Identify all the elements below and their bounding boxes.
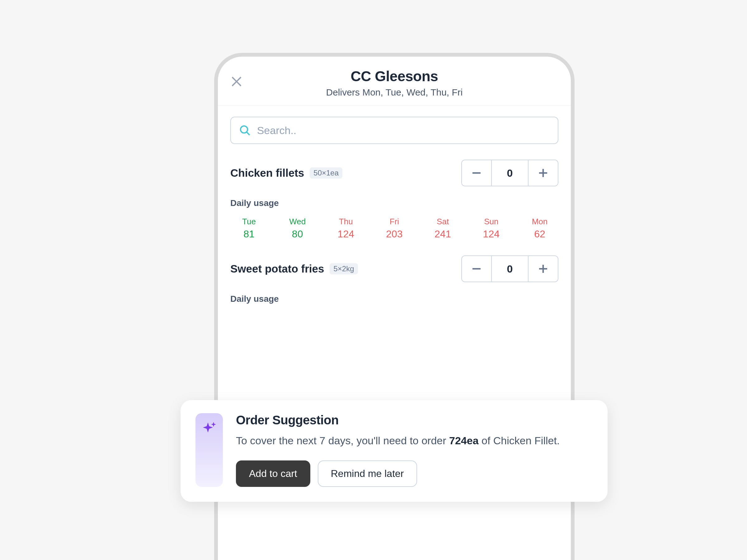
suggestion-text-prefix: To cover the next 7 days, you'll need to… bbox=[236, 435, 449, 447]
minus-icon bbox=[471, 168, 482, 178]
svg-line-3 bbox=[247, 132, 249, 135]
plus-icon bbox=[538, 168, 548, 178]
plus-icon bbox=[538, 264, 548, 274]
delivery-days: Delivers Mon, Tue, Wed, Thu, Fri bbox=[230, 87, 558, 98]
usage-day: Fri bbox=[390, 217, 399, 226]
page-title: CC Gleesons bbox=[230, 68, 558, 85]
usage-value: 203 bbox=[386, 229, 403, 240]
usage-col: Thu 124 bbox=[330, 217, 361, 240]
product-unit-badge: 50×1ea bbox=[310, 167, 342, 179]
usage-value: 81 bbox=[243, 229, 255, 240]
suggestion-text: To cover the next 7 days, you'll need to… bbox=[236, 433, 593, 449]
search-field[interactable] bbox=[230, 117, 558, 144]
order-suggestion-card: Order Suggestion To cover the next 7 day… bbox=[181, 400, 608, 502]
suggestion-icon-badge bbox=[196, 413, 223, 487]
usage-value: 80 bbox=[292, 229, 303, 240]
search-input[interactable] bbox=[257, 125, 550, 137]
usage-day: Sun bbox=[484, 217, 498, 226]
increment-button[interactable] bbox=[529, 160, 558, 186]
increment-button[interactable] bbox=[529, 256, 558, 282]
suggestion-actions: Add to cart Remind me later bbox=[236, 460, 593, 487]
usage-col: Sun 124 bbox=[475, 217, 507, 240]
decrement-button[interactable] bbox=[462, 256, 491, 282]
usage-col: Tue 81 bbox=[233, 217, 264, 240]
usage-col: Sat 241 bbox=[427, 217, 459, 240]
remind-later-button[interactable]: Remind me later bbox=[318, 460, 417, 487]
usage-value: 124 bbox=[338, 229, 354, 240]
product-name: Sweet potato fries bbox=[230, 263, 324, 275]
usage-value: 124 bbox=[483, 229, 499, 240]
product-header-row: Chicken fillets 50×1ea 0 bbox=[230, 160, 558, 186]
usage-day: Sat bbox=[437, 217, 449, 226]
search-icon bbox=[239, 124, 251, 137]
product-name: Chicken fillets bbox=[230, 167, 304, 179]
usage-col: Mon 62 bbox=[524, 217, 555, 240]
close-button[interactable] bbox=[229, 74, 244, 89]
usage-day: Mon bbox=[532, 217, 548, 226]
quantity-value: 0 bbox=[491, 256, 529, 282]
daily-usage-label: Daily usage bbox=[230, 198, 558, 208]
quantity-stepper: 0 bbox=[461, 160, 558, 186]
product-item: Chicken fillets 50×1ea 0 Daily usage Tue… bbox=[218, 144, 571, 240]
suggestion-text-suffix: of Chicken Fillet. bbox=[479, 435, 560, 447]
usage-day: Thu bbox=[339, 217, 353, 226]
usage-col: Wed 80 bbox=[282, 217, 313, 240]
product-meta: Chicken fillets 50×1ea bbox=[230, 167, 342, 179]
usage-day: Tue bbox=[242, 217, 256, 226]
usage-day: Wed bbox=[289, 217, 306, 226]
usage-value: 241 bbox=[435, 229, 451, 240]
suggestion-body: Order Suggestion To cover the next 7 day… bbox=[236, 413, 593, 487]
search-container bbox=[218, 105, 571, 144]
product-meta: Sweet potato fries 5×2kg bbox=[230, 263, 358, 275]
usage-col: Fri 203 bbox=[379, 217, 410, 240]
sparkle-icon bbox=[201, 421, 217, 437]
suggestion-amount: 724ea bbox=[449, 435, 479, 447]
decrement-button[interactable] bbox=[462, 160, 491, 186]
suggestion-title: Order Suggestion bbox=[236, 413, 593, 427]
usage-value: 62 bbox=[534, 229, 545, 240]
quantity-stepper: 0 bbox=[461, 256, 558, 282]
header: CC Gleesons Delivers Mon, Tue, Wed, Thu,… bbox=[218, 57, 571, 105]
product-unit-badge: 5×2kg bbox=[330, 263, 358, 274]
quantity-value: 0 bbox=[491, 160, 529, 186]
daily-usage-label: Daily usage bbox=[230, 294, 558, 304]
svg-point-2 bbox=[240, 126, 248, 133]
product-item: Sweet potato fries 5×2kg 0 Daily usage bbox=[218, 240, 571, 304]
add-to-cart-button[interactable]: Add to cart bbox=[236, 460, 310, 487]
minus-icon bbox=[471, 264, 482, 274]
close-icon bbox=[230, 75, 243, 88]
usage-row: Tue 81 Wed 80 Thu 124 Fri 203 Sat 241 Su… bbox=[230, 217, 558, 240]
product-header-row: Sweet potato fries 5×2kg 0 bbox=[230, 256, 558, 282]
